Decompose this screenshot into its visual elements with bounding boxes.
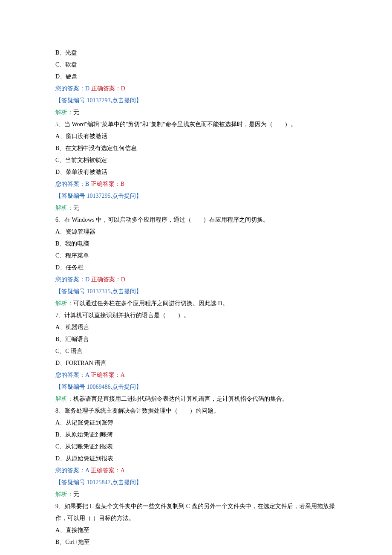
q4-answer-line: 您的答案：D 正确答案：D bbox=[55, 83, 337, 95]
q7-option-a: A、机器语言 bbox=[55, 321, 337, 333]
q8-answer-line: 您的答案：A 正确答案：A bbox=[55, 465, 337, 477]
q7-answer-line: 您的答案：A 正确答案：A bbox=[55, 369, 337, 381]
q5-question: 5、当 Word"编辑"菜单中的"剪切"和"复制"命令呈浅灰色而不能被选择时，是… bbox=[55, 119, 337, 130]
q8-question: 8、账务处理子系统主要解决会计数据处理中（ ）的问题。 bbox=[55, 405, 337, 417]
q5-help-link[interactable]: 【答疑编号 10137295,点击提问】 bbox=[55, 190, 337, 202]
q9-question: 9、如果要把 C 盘某个文件夹中的一些文件复制到 C 盘的另外一个文件央中，在选… bbox=[55, 500, 337, 524]
q5-analysis-text: 无 bbox=[73, 205, 79, 211]
q4-option-d: D、硬盘 bbox=[55, 71, 337, 83]
q7-option-c: C、C 语言 bbox=[55, 345, 337, 357]
q4-help-link[interactable]: 【答疑编号 10137293,点击提问】 bbox=[55, 95, 337, 107]
q8-correct-answer: 正确答案：A bbox=[91, 467, 125, 474]
q6-your-answer: 您的答案：D bbox=[55, 276, 91, 283]
q8-option-a: A、从记账凭证到账簿 bbox=[55, 417, 337, 429]
q7-option-d: D、FORTRAN 语言 bbox=[55, 357, 337, 369]
q4-your-answer: 您的答案：D bbox=[55, 85, 91, 92]
q4-option-c: C、软盘 bbox=[55, 59, 337, 71]
q6-analysis: 解析：可以通过任务栏在多个应用程序之间进行切换。因此选 D。 bbox=[55, 298, 337, 309]
q8-option-b: B、从原始凭证到账簿 bbox=[55, 429, 337, 441]
q7-analysis: 解析：机器语言是直接用二进制代码指令表达的计算机语言，是计算机指令代码的集合。 bbox=[55, 393, 337, 405]
q5-analysis: 解析：无 bbox=[55, 202, 337, 214]
q5-option-a: A、窗口没有被激活 bbox=[55, 130, 337, 142]
q5-your-answer: 您的答案：B bbox=[55, 181, 91, 187]
q6-help-link[interactable]: 【答疑编号 10137315,点击提问】 bbox=[55, 286, 337, 298]
q8-analysis: 解析：无 bbox=[55, 489, 337, 500]
q5-answer-line: 您的答案：B 正确答案：B bbox=[55, 178, 337, 190]
q7-help-link[interactable]: 【答疑编号 10069486,点击提问】 bbox=[55, 381, 337, 393]
q8-help-link[interactable]: 【答疑编号 10125847,点击提问】 bbox=[55, 477, 337, 489]
q8-analysis-label: 解析： bbox=[55, 491, 73, 497]
q5-option-d: D、菜单没有被激活 bbox=[55, 166, 337, 178]
q8-your-answer: 您的答案：A bbox=[55, 467, 91, 474]
q8-option-c: C、从记账凭证到报表 bbox=[55, 441, 337, 453]
q6-analysis-text: 可以通过任务栏在多个应用程序之间进行切换。因此选 D。 bbox=[73, 300, 228, 306]
q7-analysis-text: 机器语言是直接用二进制代码指令表达的计算机语言，是计算机指令代码的集合。 bbox=[73, 396, 288, 402]
q7-your-answer: 您的答案：A bbox=[55, 372, 91, 378]
q6-option-d: D、任务栏 bbox=[55, 262, 337, 274]
q4-analysis-text: 无 bbox=[73, 109, 79, 116]
q6-option-c: C、程序菜单 bbox=[55, 250, 337, 262]
q6-analysis-label: 解析： bbox=[55, 300, 73, 306]
q4-option-b: B、光盘 bbox=[55, 47, 337, 59]
q9-option-a: A、直接拖至 bbox=[55, 524, 337, 536]
q6-option-b: B、我的电脑 bbox=[55, 238, 337, 250]
q7-option-b: B、汇编语言 bbox=[55, 333, 337, 345]
q4-correct-answer: 正确答案：D bbox=[91, 85, 125, 92]
q5-analysis-label: 解析： bbox=[55, 205, 73, 211]
q5-option-b: B、在文档中没有选定任何信息 bbox=[55, 142, 337, 154]
q7-analysis-label: 解析： bbox=[55, 396, 73, 402]
q7-question: 7、计算机可以直接识别并执行的语言是（ ）。 bbox=[55, 309, 337, 321]
q5-correct-answer: 正确答案：B bbox=[91, 181, 124, 187]
q5-option-c: C、当前文档被锁定 bbox=[55, 154, 337, 166]
q6-correct-answer: 正确答案：D bbox=[91, 276, 125, 283]
q4-analysis: 解析：无 bbox=[55, 107, 337, 119]
q8-option-d: D、从原始凭证到报表 bbox=[55, 453, 337, 465]
q6-option-a: A、资源管理器 bbox=[55, 226, 337, 238]
q4-analysis-label: 解析： bbox=[55, 109, 73, 116]
q6-answer-line: 您的答案：D 正确答案：D bbox=[55, 274, 337, 286]
document-page: B、光盘 C、软盘 D、硬盘 您的答案：D 正确答案：D 【答疑编号 10137… bbox=[0, 0, 392, 555]
q6-question: 6、在 Windows 中，可以启动多个应用程序，通过（ ）在应用程序之间切换。 bbox=[55, 214, 337, 226]
q9-option-b: B、Ctrl+拖至 bbox=[55, 536, 337, 548]
q8-analysis-text: 无 bbox=[73, 491, 79, 497]
q7-correct-answer: 正确答案：A bbox=[91, 372, 125, 378]
